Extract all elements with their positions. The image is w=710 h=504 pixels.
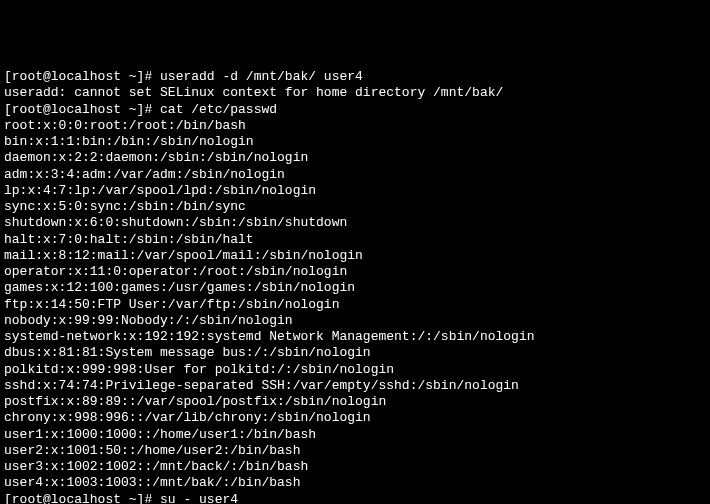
terminal-line: daemon:x:2:2:daemon:/sbin:/sbin/nologin bbox=[4, 150, 706, 166]
terminal-line: ftp:x:14:50:FTP User:/var/ftp:/sbin/nolo… bbox=[4, 297, 706, 313]
terminal-line: dbus:x:81:81:System message bus:/:/sbin/… bbox=[4, 345, 706, 361]
terminal-line: user3:x:1002:1002::/mnt/back/:/bin/bash bbox=[4, 459, 706, 475]
terminal-line: [root@localhost ~]# useradd -d /mnt/bak/… bbox=[4, 69, 706, 85]
terminal-line: shutdown:x:6:0:shutdown:/sbin:/sbin/shut… bbox=[4, 215, 706, 231]
terminal-line: nobody:x:99:99:Nobody:/:/sbin/nologin bbox=[4, 313, 706, 329]
terminal-line: postfix:x:89:89::/var/spool/postfix:/sbi… bbox=[4, 394, 706, 410]
terminal-line: user1:x:1000:1000::/home/user1:/bin/bash bbox=[4, 427, 706, 443]
terminal-line: halt:x:7:0:halt:/sbin:/sbin/halt bbox=[4, 232, 706, 248]
terminal-line: mail:x:8:12:mail:/var/spool/mail:/sbin/n… bbox=[4, 248, 706, 264]
terminal-line: sync:x:5:0:sync:/sbin:/bin/sync bbox=[4, 199, 706, 215]
terminal-line: adm:x:3:4:adm:/var/adm:/sbin/nologin bbox=[4, 167, 706, 183]
terminal-line: [root@localhost ~]# cat /etc/passwd bbox=[4, 102, 706, 118]
terminal-line: user4:x:1003:1003::/mnt/bak/:/bin/bash bbox=[4, 475, 706, 491]
terminal-line: operator:x:11:0:operator:/root:/sbin/nol… bbox=[4, 264, 706, 280]
terminal-window[interactable]: [root@localhost ~]# useradd -d /mnt/bak/… bbox=[4, 69, 706, 504]
terminal-line: systemd-network:x:192:192:systemd Networ… bbox=[4, 329, 706, 345]
terminal-line: useradd: cannot set SELinux context for … bbox=[4, 85, 706, 101]
terminal-line: lp:x:4:7:lp:/var/spool/lpd:/sbin/nologin bbox=[4, 183, 706, 199]
terminal-line: games:x:12:100:games:/usr/games:/sbin/no… bbox=[4, 280, 706, 296]
terminal-line: [root@localhost ~]# su - user4 bbox=[4, 492, 706, 505]
terminal-line: user2:x:1001:50::/home/user2:/bin/bash bbox=[4, 443, 706, 459]
terminal-line: chrony:x:998:996::/var/lib/chrony:/sbin/… bbox=[4, 410, 706, 426]
terminal-line: polkitd:x:999:998:User for polkitd:/:/sb… bbox=[4, 362, 706, 378]
terminal-line: root:x:0:0:root:/root:/bin/bash bbox=[4, 118, 706, 134]
terminal-line: sshd:x:74:74:Privilege-separated SSH:/va… bbox=[4, 378, 706, 394]
terminal-line: bin:x:1:1:bin:/bin:/sbin/nologin bbox=[4, 134, 706, 150]
